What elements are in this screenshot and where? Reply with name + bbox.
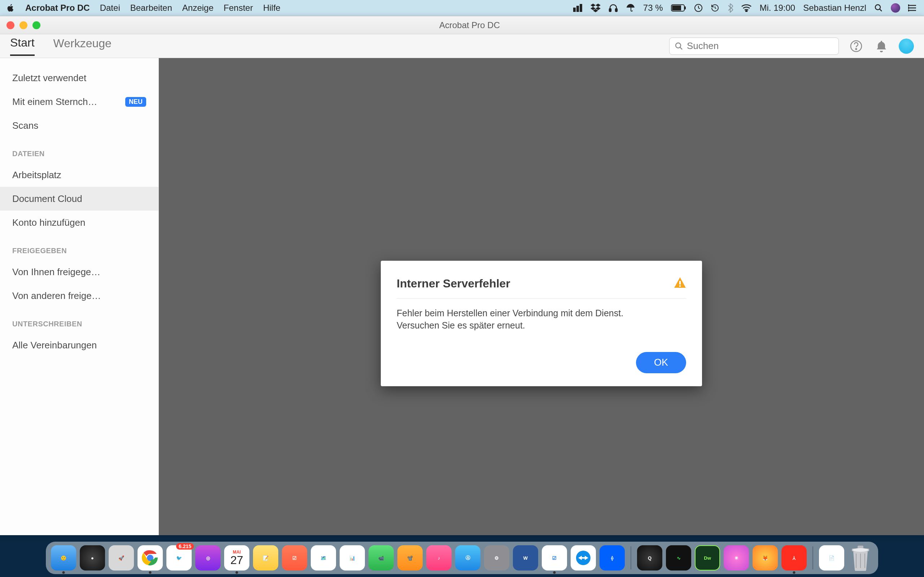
svg-point-12 xyxy=(908,8,909,9)
dock-app-siri[interactable]: ● xyxy=(80,545,105,571)
headphones-icon[interactable] xyxy=(609,3,618,13)
svg-rect-18 xyxy=(679,285,681,287)
dock-app-finder[interactable]: 🙂 xyxy=(51,545,76,571)
bluetooth-icon[interactable] xyxy=(727,3,733,13)
svg-rect-7 xyxy=(685,6,686,10)
menuextra-icon[interactable] xyxy=(573,4,583,12)
sidebar-group-files: DATEIEN xyxy=(0,137,158,163)
menubar-username[interactable]: Sebastian Henzl xyxy=(803,3,866,13)
dock-app-photos[interactable]: ✳︎ xyxy=(724,545,749,571)
dropbox-icon[interactable] xyxy=(591,3,601,12)
menubar-app-name[interactable]: Acrobat Pro DC xyxy=(25,3,90,13)
sidebar-item-document-cloud[interactable]: Document Cloud xyxy=(0,187,158,211)
dock-app-numbers[interactable]: 📊 xyxy=(340,545,365,571)
svg-point-10 xyxy=(875,5,880,10)
dock-trash[interactable] xyxy=(848,545,873,571)
spotlight-icon[interactable] xyxy=(874,3,883,12)
sidebar-item-workspace[interactable]: Arbeitsplatz xyxy=(0,163,158,187)
dialog-message: Fehler beim Herstellen einer Verbindung … xyxy=(397,307,686,332)
timemachine-icon[interactable] xyxy=(711,3,719,12)
dock-app-teamviewer[interactable] xyxy=(571,545,596,571)
sidebar-item-label: Mit einem Sternch… xyxy=(12,96,97,108)
apple-icon[interactable] xyxy=(6,3,15,12)
sidebar-item-label: Document Cloud xyxy=(12,193,82,205)
svg-point-9 xyxy=(746,10,747,12)
warning-icon xyxy=(674,277,686,290)
menu-hilfe[interactable]: Hilfe xyxy=(263,3,281,13)
dock-app-firefox[interactable]: 🦊 xyxy=(753,545,778,571)
sidebar-item-label: Konto hinzufügen xyxy=(12,217,85,228)
search-field[interactable] xyxy=(669,37,839,55)
sidebar-item-recent[interactable]: Zuletzt verwendet xyxy=(0,66,158,90)
dock-app-appstore[interactable]: Ⓐ xyxy=(455,545,480,571)
notifications-button[interactable] xyxy=(874,38,889,54)
dock-app-facetime[interactable]: 📹 xyxy=(368,545,394,571)
siri-icon[interactable] xyxy=(891,3,900,13)
sidebar-item-shared-by-others[interactable]: Von anderen freige… xyxy=(0,284,158,308)
dock-app-dreamweaver[interactable]: Dw xyxy=(695,545,720,571)
menubar-datetime[interactable]: Mi. 19:00 xyxy=(760,3,795,13)
menu-anzeige[interactable]: Anzeige xyxy=(182,3,214,13)
window-close-button[interactable] xyxy=(6,21,15,29)
svg-point-13 xyxy=(908,10,909,11)
content-area: Interner Serverfehler Fehler beim Herste… xyxy=(159,58,924,535)
sidebar-item-starred[interactable]: Mit einem Sternch… NEU xyxy=(0,90,158,114)
profile-avatar[interactable] xyxy=(899,39,914,54)
dock-app-keynote[interactable]: 📽️ xyxy=(397,545,423,571)
calendar-day: 27 xyxy=(230,554,243,566)
search-input[interactable] xyxy=(687,40,834,52)
dock-app-notes[interactable]: 📝 xyxy=(253,545,278,571)
wifi-icon[interactable] xyxy=(741,4,752,12)
dock-app-reminders[interactable]: ☑︎ xyxy=(282,545,307,571)
ok-button[interactable]: OK xyxy=(636,352,686,373)
sidebar-item-agreements[interactable]: Alle Vereinbarungen xyxy=(0,333,158,357)
dock-app-calendar[interactable]: MAI27 xyxy=(224,545,249,571)
menu-bearbeiten[interactable]: Bearbeiten xyxy=(130,3,172,13)
sidebar-item-label: Zuletzt verwendet xyxy=(12,73,86,84)
dock-app-word[interactable]: W xyxy=(513,545,538,571)
dialog-message-line: Fehler beim Herstellen einer Verbindung … xyxy=(397,308,624,318)
dialog-title: Interner Serverfehler xyxy=(397,277,510,290)
window-titlebar: Acrobat Pro DC xyxy=(0,16,924,34)
clock-icon[interactable] xyxy=(694,3,703,12)
search-icon xyxy=(675,42,683,50)
dock-app-quicktime[interactable]: Q xyxy=(637,545,662,571)
tab-start[interactable]: Start xyxy=(10,36,35,56)
macos-dock: 🙂 ● 🚀 6.215🐦 ◎ MAI27 📝 ☑︎ 🗺️ 📊 📹 📽️ ♪ Ⓐ … xyxy=(46,542,878,574)
svg-point-14 xyxy=(676,43,681,48)
svg-rect-3 xyxy=(609,9,611,11)
sidebar-item-label: Arbeitsplatz xyxy=(12,169,61,181)
error-dialog: Interner Serverfehler Fehler beim Herste… xyxy=(381,261,702,386)
dialog-message-line: Versuchen Sie es später erneut. xyxy=(397,320,525,330)
dock-app-podcasts[interactable]: ◎ xyxy=(195,545,221,571)
sidebar: Zuletzt verwendet Mit einem Sternch… NEU… xyxy=(0,58,159,535)
sidebar-group-shared: FREIGEGEBEN xyxy=(0,234,158,260)
dock-app-things[interactable]: ☑︎ xyxy=(542,545,567,571)
sidebar-item-add-account[interactable]: Konto hinzufügen xyxy=(0,211,158,234)
dock-app-activity-monitor[interactable]: ∿ xyxy=(666,545,691,571)
dock-app-launchpad[interactable]: 🚀 xyxy=(109,545,134,571)
dock-app-mail[interactable]: 6.215🐦 xyxy=(166,545,192,571)
dock-separator xyxy=(813,546,813,569)
window-title: Acrobat Pro DC xyxy=(15,20,924,30)
battery-icon[interactable] xyxy=(671,4,686,11)
notification-center-icon[interactable] xyxy=(908,4,918,12)
dock-app-dropbox[interactable]: ⟠ xyxy=(599,545,625,571)
sidebar-item-label: Scans xyxy=(12,120,38,131)
app-toolbar: Start Werkzeuge xyxy=(0,34,924,58)
sidebar-item-shared-by-you[interactable]: Von Ihnen freigege… xyxy=(0,260,158,284)
dock-item-document[interactable]: 📄 xyxy=(819,545,844,571)
dock-app-music[interactable]: ♪ xyxy=(426,545,452,571)
umbrella-icon[interactable] xyxy=(626,3,635,13)
tab-tools[interactable]: Werkzeuge xyxy=(53,37,111,55)
dock-app-acrobat[interactable]: ⅄ xyxy=(782,545,807,571)
dock-app-maps[interactable]: 🗺️ xyxy=(311,545,336,571)
sidebar-item-scans[interactable]: Scans xyxy=(0,114,158,137)
menu-datei[interactable]: Datei xyxy=(100,3,120,13)
svg-point-11 xyxy=(908,5,909,6)
svg-rect-0 xyxy=(573,8,576,12)
menu-fenster[interactable]: Fenster xyxy=(224,3,253,13)
help-button[interactable] xyxy=(848,38,864,54)
dock-app-chrome[interactable] xyxy=(137,545,163,571)
dock-app-settings[interactable]: ⚙︎ xyxy=(484,545,509,571)
